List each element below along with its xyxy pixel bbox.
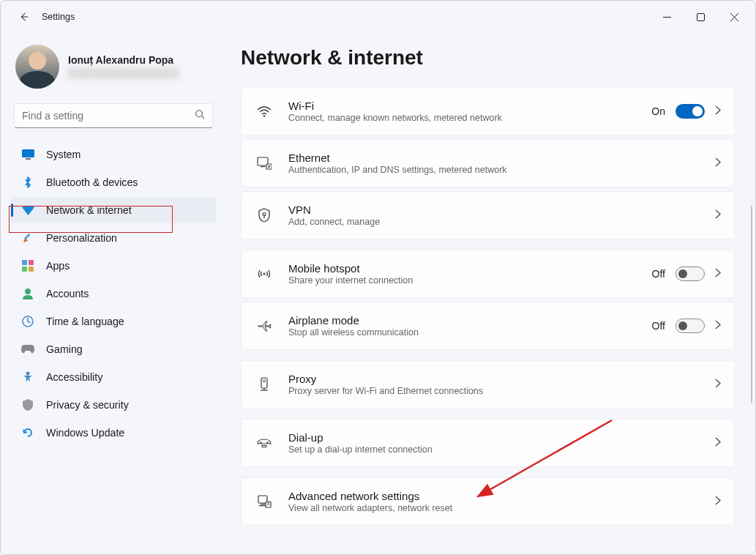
setting-airplane-mode[interactable]: Airplane mode Stop all wireless communic… (241, 302, 735, 350)
search-input[interactable] (22, 110, 195, 122)
sidebar-item-apps[interactable]: Apps (11, 253, 216, 279)
advanced-network-icon (255, 495, 274, 508)
setting-wifi[interactable]: Wi-Fi Connect, manage known networks, me… (241, 87, 735, 135)
sidebar: Ionuț Alexandru Popa System Bluetooth & … (1, 33, 220, 554)
hotspot-icon (255, 268, 274, 280)
toggle-state-label: Off (652, 320, 665, 332)
windows-update-icon (21, 426, 34, 439)
wifi-toggle[interactable] (675, 104, 705, 119)
window-title: Settings (42, 12, 650, 22)
chevron-right-icon (715, 105, 721, 118)
svg-rect-13 (29, 267, 34, 272)
vpn-icon (255, 208, 274, 223)
sidebar-item-label: Bluetooth & devices (46, 176, 138, 188)
svg-point-5 (196, 111, 203, 117)
minimize-button[interactable] (650, 5, 684, 29)
maximize-icon (697, 13, 705, 21)
setting-proxy[interactable]: Proxy Proxy server for Wi-Fi and Etherne… (241, 360, 735, 409)
svg-point-16 (26, 372, 30, 376)
scrollbar[interactable] (751, 206, 753, 403)
toggle-state-label: On (651, 105, 665, 117)
wifi-icon (255, 105, 274, 117)
chevron-right-icon (715, 495, 721, 508)
setting-mobile-hotspot[interactable]: Mobile hotspot Share your internet conne… (241, 250, 735, 298)
svg-point-24 (263, 273, 266, 275)
setting-vpn[interactable]: VPN Add, connect, manage (241, 191, 735, 239)
maximize-button[interactable] (684, 5, 717, 29)
toggle-state-label: Off (652, 268, 665, 280)
sidebar-item-accounts[interactable]: Accounts (11, 280, 216, 307)
sidebar-item-label: Personalization (46, 232, 117, 244)
sidebar-item-label: Accounts (46, 288, 89, 299)
content-area: Network & internet Wi-Fi Connect, manage… (220, 33, 755, 554)
svg-rect-21 (269, 165, 270, 168)
profile-name: Ionuț Alexandru Popa (68, 54, 178, 66)
sidebar-item-system[interactable]: System (11, 141, 216, 168)
svg-rect-11 (29, 260, 34, 265)
accounts-icon (21, 287, 34, 300)
user-profile[interactable]: Ionuț Alexandru Popa (11, 39, 216, 100)
setting-title: Wi-Fi (288, 100, 637, 112)
svg-rect-10 (22, 260, 27, 265)
close-icon (730, 13, 738, 21)
chevron-right-icon (715, 378, 721, 391)
profile-email-redacted (68, 67, 178, 79)
proxy-icon (255, 377, 274, 392)
chevron-right-icon (715, 157, 721, 170)
svg-rect-7 (22, 149, 34, 157)
back-button[interactable] (17, 10, 30, 23)
svg-rect-2 (697, 13, 704, 21)
titlebar: Settings (1, 1, 755, 33)
setting-subtitle: View all network adapters, network reset (288, 503, 700, 513)
nav-list: System Bluetooth & devices Network & int… (11, 141, 216, 446)
search-box[interactable] (14, 103, 213, 128)
privacy-icon (21, 398, 34, 411)
svg-rect-19 (261, 166, 265, 167)
setting-title: Dial-up (288, 431, 700, 444)
time-language-icon (21, 315, 34, 328)
sidebar-item-label: Privacy & security (46, 399, 129, 411)
setting-title: Ethernet (288, 152, 700, 164)
arrow-left-icon (18, 12, 29, 22)
chevron-right-icon (715, 319, 721, 332)
sidebar-item-label: System (46, 149, 81, 160)
accessibility-icon (21, 370, 34, 384)
setting-subtitle: Proxy server for Wi-Fi and Ethernet conn… (288, 386, 700, 396)
svg-line-6 (202, 116, 205, 119)
sidebar-item-label: Network & internet (46, 204, 132, 216)
svg-rect-25 (261, 378, 267, 388)
minimize-icon (663, 13, 671, 21)
sidebar-item-bluetooth[interactable]: Bluetooth & devices (11, 169, 216, 195)
setting-title: Advanced network settings (288, 490, 700, 502)
svg-point-14 (25, 288, 31, 294)
airplane-icon (255, 319, 274, 332)
dialup-icon (255, 438, 274, 448)
setting-dialup[interactable]: Dial-up Set up a dial-up internet connec… (241, 419, 735, 467)
sidebar-item-time-language[interactable]: Time & language (11, 308, 216, 335)
chevron-right-icon (715, 209, 721, 222)
close-button[interactable] (717, 5, 751, 29)
sidebar-item-privacy[interactable]: Privacy & security (11, 392, 216, 418)
sidebar-item-windows-update[interactable]: Windows Update (11, 420, 216, 446)
setting-subtitle: Connect, manage known networks, metered … (288, 113, 637, 123)
sidebar-item-label: Gaming (46, 343, 83, 355)
page-title: Network & internet (241, 46, 735, 70)
setting-ethernet[interactable]: Ethernet Authentication, IP and DNS sett… (241, 139, 735, 187)
sidebar-item-network[interactable]: Network & internet (11, 197, 216, 223)
sidebar-item-gaming[interactable]: Gaming (11, 336, 216, 362)
setting-title: Airplane mode (288, 314, 637, 327)
sidebar-item-accessibility[interactable]: Accessibility (11, 364, 216, 390)
apps-icon (21, 259, 34, 272)
setting-subtitle: Authentication, IP and DNS settings, met… (288, 165, 700, 175)
airplane-toggle[interactable] (675, 319, 705, 333)
search-icon (195, 109, 205, 122)
hotspot-toggle[interactable] (675, 267, 705, 281)
gaming-icon (21, 343, 34, 356)
sidebar-item-label: Accessibility (46, 371, 102, 383)
setting-subtitle: Add, connect, manage (288, 217, 700, 227)
chevron-right-icon (715, 267, 721, 280)
setting-advanced-network[interactable]: Advanced network settings View all netwo… (241, 477, 735, 526)
system-icon (21, 148, 34, 161)
sidebar-item-label: Time & language (46, 316, 124, 327)
sidebar-item-personalization[interactable]: Personalization (11, 225, 216, 251)
